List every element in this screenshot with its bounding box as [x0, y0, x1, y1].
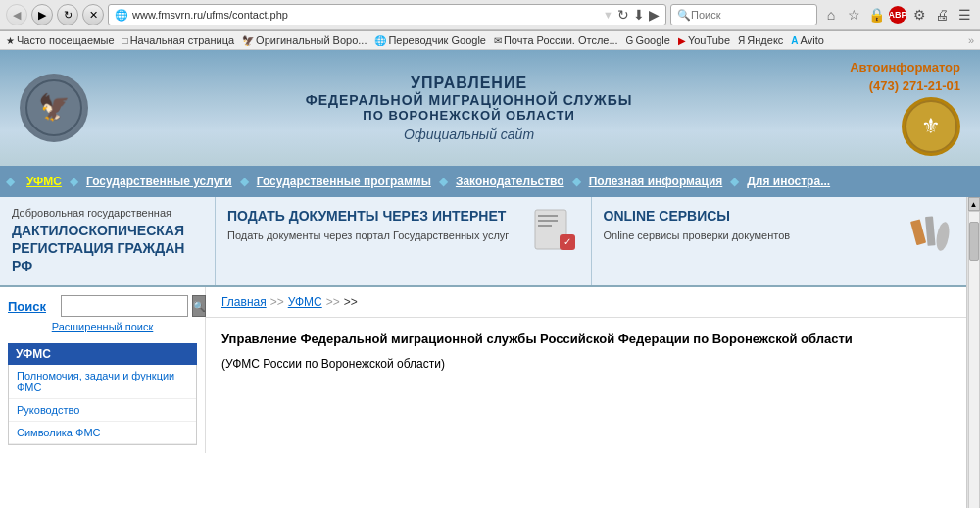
nav-item-programs[interactable]: Государственные программы	[249, 169, 439, 194]
arrow-icon[interactable]: ▶	[649, 7, 660, 23]
sidebar-link-polnomochiya[interactable]: Полномочия, задачи и функции ФМС	[9, 365, 196, 399]
address-bar[interactable]: 🌐 www.fmsvrn.ru/ufms/contact.php ▼ ↻ ⬇ ▶	[108, 4, 666, 25]
header-right: Автоинформатор (473) 271-21-01 ⚜	[850, 60, 960, 156]
header-title-1: УПРАВЛЕНИЕ	[88, 75, 850, 92]
breadcrumb: Главная >> УФМС >> >>	[206, 287, 966, 318]
sidebar-link-simvolika[interactable]: Символика ФМС	[9, 422, 196, 444]
online-image	[906, 207, 955, 259]
page-sub-title: (УФМС России по Воронежской области)	[221, 355, 951, 373]
bookmark-home[interactable]: □ Начальная страница	[122, 34, 234, 46]
scroll-thumb[interactable]	[969, 222, 979, 261]
nav-divider-2: ◆	[240, 175, 249, 188]
bookmark-youtube[interactable]: ▶ YouTube	[678, 34, 730, 46]
header-title-3: ПО ВОРОНЕЖСКОЙ ОБЛАСТИ	[88, 108, 850, 123]
promo-online: ONLINE СЕРВИСЫ Online сервисы проверки д…	[592, 197, 967, 285]
adblock-icon[interactable]: ABP	[889, 6, 906, 24]
lock-icon[interactable]: 🔒	[866, 7, 886, 23]
svg-text:⚜: ⚜	[921, 114, 941, 138]
nav-item-ufms[interactable]: УФМС	[19, 169, 70, 194]
sidebar-link-rukovodstvo[interactable]: Руководство	[9, 399, 196, 422]
browser-search-input[interactable]	[691, 9, 779, 21]
stop-button[interactable]: ✕	[82, 4, 104, 25]
promo-docs-title: ПОДАТЬ ДОКУМЕНТЫ ЧЕРЕЗ ИНТЕРНЕТ	[227, 207, 579, 225]
promo-docs: ✓ ПОДАТЬ ДОКУМЕНТЫ ЧЕРЕЗ ИНТЕРНЕТ Подать…	[216, 197, 592, 285]
refresh-button[interactable]: ↻	[57, 4, 78, 25]
nav-item-law[interactable]: Законодательство	[448, 169, 572, 194]
search-box: Поиск 🔍	[8, 295, 197, 317]
home-icon[interactable]: ⌂	[821, 7, 841, 23]
breadcrumb-sep-1: >>	[270, 295, 284, 309]
svg-rect-5	[538, 215, 558, 217]
nav-item-foreign[interactable]: Для иностра...	[739, 169, 838, 194]
page-body: Управление Федеральной миграционной служ…	[206, 318, 966, 384]
svg-text:✓: ✓	[564, 236, 571, 247]
page-main: Добровольная государственная ДАКТИЛОСКОП…	[0, 197, 966, 508]
star-icon: ★	[6, 35, 15, 46]
doc-image: ✓	[530, 207, 579, 259]
promo-daktilo-label: Добровольная государственная	[12, 207, 203, 219]
globe-icon: 🌐	[374, 35, 386, 46]
nav-item-info[interactable]: Полезная информация	[581, 169, 731, 194]
header-center: УПРАВЛЕНИЕ ФЕДЕРАЛЬНОЙ МИГРАЦИОННОЙ СЛУЖ…	[88, 75, 850, 142]
main-navigation: ◆ УФМС ◆ Государственные услуги ◆ Госуда…	[0, 166, 980, 197]
svg-rect-10	[910, 219, 926, 245]
search-section: Поиск 🔍 Расширенный поиск	[8, 295, 197, 333]
forward-button[interactable]: ▶	[31, 4, 53, 25]
advanced-search-link[interactable]: Расширенный поиск	[52, 321, 154, 332]
google-icon: G	[626, 35, 634, 46]
search-button[interactable]: 🔍	[192, 295, 206, 317]
content-layout: Поиск 🔍 Расширенный поиск УФМС Полномочи…	[0, 287, 966, 453]
reload-icon[interactable]: ↻	[617, 7, 629, 23]
header-official: Официальный сайт	[88, 127, 850, 142]
breadcrumb-home[interactable]: Главная	[221, 295, 267, 309]
mail-icon: ✉	[494, 35, 502, 46]
bookmarks-more-icon[interactable]: »	[968, 34, 974, 46]
yandex-icon: Я	[738, 35, 745, 46]
sidebar-links: Полномочия, задачи и функции ФМС Руковод…	[8, 365, 197, 445]
vertical-scrollbar[interactable]: ▲ ▼	[966, 197, 980, 508]
back-button[interactable]: ◀	[6, 4, 27, 25]
breadcrumb-current: >>	[344, 295, 358, 309]
youtube-icon: ▶	[678, 35, 686, 46]
bookmark-pochta[interactable]: ✉ Почта России. Отсле...	[494, 34, 618, 46]
bookmark-original[interactable]: 🦅 Оригинальный Воро...	[242, 34, 367, 46]
nav-divider-4: ◆	[572, 175, 581, 188]
fms-emblem: 🦅	[20, 74, 88, 142]
sidebar-section-ufms: УФМС Полномочия, задачи и функции ФМС Ру…	[8, 343, 197, 445]
svg-rect-7	[538, 225, 552, 227]
search-input[interactable]	[61, 295, 188, 317]
svg-text:🦅: 🦅	[38, 91, 71, 123]
svg-point-12	[934, 221, 951, 252]
voronezh-emblem: ⚜	[902, 97, 960, 156]
promo-docs-subtitle: Подать документы через портал Государств…	[227, 229, 579, 243]
browser-search-bar[interactable]: 🔍	[670, 4, 817, 25]
browser-toolbar: ◀ ▶ ↻ ✕ 🌐 www.fmsvrn.ru/ufms/contact.php…	[0, 0, 980, 31]
svg-rect-6	[538, 220, 558, 222]
print-icon[interactable]: 🖨	[932, 7, 952, 23]
bookmark-yandex[interactable]: Я Яндекс	[738, 34, 783, 46]
nav-divider-1: ◆	[70, 175, 78, 188]
extension-icon[interactable]: ⚙	[909, 7, 929, 23]
bookmark-avito[interactable]: A Avito	[791, 34, 824, 46]
nav-divider-3: ◆	[439, 175, 448, 188]
scroll-track[interactable]	[968, 211, 980, 508]
scroll-up-button[interactable]: ▲	[968, 197, 980, 211]
bookmark-translate[interactable]: 🌐 Переводчик Google	[374, 34, 486, 46]
url-text: www.fmsvrn.ru/ufms/contact.php	[132, 9, 599, 21]
avito-icon: A	[791, 35, 798, 46]
autoinformer-label: Автоинформатор	[850, 60, 960, 75]
nav-item-services[interactable]: Государственные услуги	[78, 169, 240, 194]
download-icon[interactable]: ⬇	[633, 7, 645, 23]
promo-daktilo: Добровольная государственная ДАКТИЛОСКОП…	[0, 197, 216, 285]
site-header: 🦅 УПРАВЛЕНИЕ ФЕДЕРАЛЬНОЙ МИГРАЦИОННОЙ СЛ…	[0, 50, 980, 166]
page-wrapper: Добровольная государственная ДАКТИЛОСКОП…	[0, 197, 980, 508]
eagle-icon: 🦅	[242, 35, 254, 46]
bookmark-star-icon[interactable]: ☆	[844, 7, 863, 23]
promo-online-subtitle: Online сервисы проверки документов	[604, 229, 956, 243]
home-page-icon: □	[122, 35, 128, 46]
menu-icon[interactable]: ☰	[955, 7, 974, 23]
bookmark-frequent[interactable]: ★ Часто посещаемые	[6, 34, 115, 46]
search-label[interactable]: Поиск	[8, 299, 57, 314]
breadcrumb-section[interactable]: УФМС	[288, 295, 322, 309]
bookmark-google[interactable]: G Google	[626, 34, 670, 46]
